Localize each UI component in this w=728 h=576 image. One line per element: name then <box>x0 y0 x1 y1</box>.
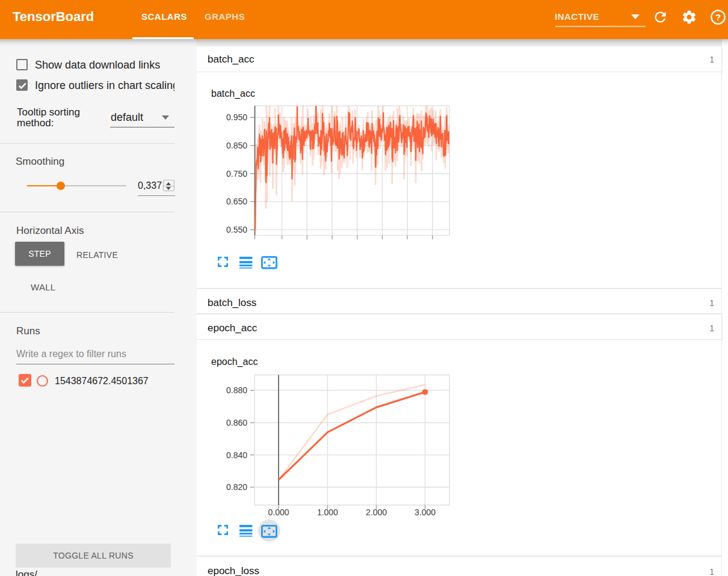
svg-text:0.950: 0.950 <box>226 112 247 122</box>
svg-text:0.750: 0.750 <box>226 169 247 179</box>
svg-text:2.000: 2.000 <box>366 507 387 517</box>
svg-text:?: ? <box>715 12 721 22</box>
svg-text:0.860: 0.860 <box>226 418 247 427</box>
svg-text:1.000: 1.000 <box>317 507 338 517</box>
svg-text:0.820: 0.820 <box>226 482 247 492</box>
svg-text:0.840: 0.840 <box>226 450 247 460</box>
svg-text:0.880: 0.880 <box>226 385 247 395</box>
svg-text:0.550: 0.550 <box>226 225 247 234</box>
svg-text:0.000: 0.000 <box>268 507 289 517</box>
svg-text:0.650: 0.650 <box>226 197 247 206</box>
svg-text:0.850: 0.850 <box>226 141 247 150</box>
svg-text:3.000: 3.000 <box>415 507 436 517</box>
